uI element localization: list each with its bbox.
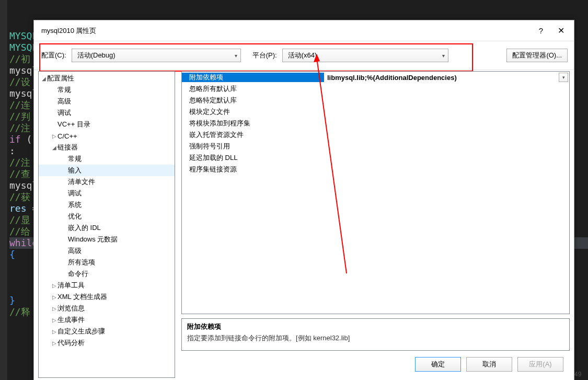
code-comment: //注 <box>9 122 30 133</box>
tree-item[interactable]: 常规 <box>39 84 175 96</box>
tree-item[interactable]: 所有选项 <box>39 257 175 268</box>
apply-button[interactable]: 应用(A) <box>517 357 563 372</box>
tree-node-label: 清单文件 <box>68 177 95 187</box>
chevron-down-icon: ▾ <box>442 53 445 59</box>
tree-item[interactable]: VC++ 目录 <box>39 119 175 130</box>
tree-node-label: 生成事件 <box>57 315 85 325</box>
ok-button[interactable]: 确定 <box>415 357 461 372</box>
tree-item[interactable]: 高级 <box>39 96 175 107</box>
cancel-button-label: 取消 <box>482 360 496 369</box>
grid-row[interactable]: 嵌入托管资源文件 <box>182 129 569 141</box>
tree-node-label: Windows 元数据 <box>68 235 118 244</box>
tree-item[interactable]: ▷自定义生成步骤 <box>39 326 175 337</box>
tree-node-label: 系统 <box>68 200 82 210</box>
grid-row[interactable]: 模块定义文件 <box>182 106 569 118</box>
grid-row[interactable]: 强制符号引用 <box>182 141 569 152</box>
tree-node-label: VC++ 目录 <box>57 120 90 129</box>
code-comment: //判 <box>9 111 30 122</box>
tree-item[interactable]: 清单文件 <box>39 176 175 188</box>
expand-icon: ◢ <box>41 76 47 82</box>
tree-item[interactable]: Windows 元数据 <box>39 234 175 245</box>
tree-item[interactable]: 优化 <box>39 211 175 222</box>
configuration-value: 活动(Debug) <box>77 51 116 60</box>
grid-row[interactable]: 忽略所有默认库 <box>182 83 569 95</box>
tree-node-label: 链接器 <box>57 143 78 152</box>
tree-node-label: 代码分析 <box>57 338 85 348</box>
tree-node-label: 嵌入的 IDL <box>68 223 101 233</box>
ok-button-label: 确定 <box>431 360 445 369</box>
tree-item[interactable]: ▷生成事件 <box>39 314 175 326</box>
tree-item[interactable]: 调试 <box>39 107 175 119</box>
platform-value: 活动(x64) <box>288 51 317 60</box>
configuration-bar: 配置(C): 活动(Debug) ▾ 平台(P): 活动(x64) ▾ 配置管理… <box>34 41 574 70</box>
grid-row-label: 附加依赖项 <box>182 73 324 82</box>
grid-row-label: 程序集链接资源 <box>182 165 324 174</box>
tree-node-label: XML 文档生成器 <box>57 292 107 302</box>
tree-node-label: 常规 <box>57 85 71 95</box>
tree-item[interactable]: 系统 <box>39 199 175 211</box>
dialog-titlebar[interactable]: mysql2010 属性页 ? ✕ <box>34 20 574 41</box>
code-comment: //显 <box>9 214 30 225</box>
grid-row-value[interactable]: libmysql.lib;%(AdditionalDependencies) <box>324 74 559 82</box>
cancel-button[interactable]: 取消 <box>466 357 512 372</box>
tree-item[interactable]: ▷XML 文档生成器 <box>39 291 175 303</box>
tree-item[interactable]: 调试 <box>39 188 175 199</box>
tree-item[interactable]: ▷浏览信息 <box>39 303 175 314</box>
tree-item[interactable]: 常规 <box>39 153 175 165</box>
expand-icon: ▷ <box>51 317 57 323</box>
configuration-manager-button[interactable]: 配置管理器(O)... <box>506 49 568 62</box>
platform-label: 平台(P): <box>252 51 277 60</box>
tree-item[interactable]: 输入 <box>39 165 175 176</box>
configuration-dropdown[interactable]: 活动(Debug) ▾ <box>72 49 241 62</box>
grid-row[interactable]: 程序集链接资源 <box>182 164 569 175</box>
property-grid[interactable]: 附加依赖项libmysql.lib;%(AdditionalDependenci… <box>181 71 570 314</box>
tree-item[interactable]: ◢链接器 <box>39 142 175 153</box>
code-comment: //连 <box>9 99 30 110</box>
tree-node-label: 命令行 <box>68 269 88 279</box>
tree-item[interactable]: ▷C/C++ <box>39 130 175 142</box>
tree-item[interactable]: 高级 <box>39 245 175 257</box>
tree-node-label: 调试 <box>68 189 82 198</box>
configuration-manager-label: 配置管理器(O)... <box>512 51 562 60</box>
code-comment: //释 <box>9 306 30 317</box>
help-button[interactable]: ? <box>539 26 543 35</box>
code-token: ( <box>21 134 32 145</box>
apply-button-label: 应用(A) <box>529 360 551 369</box>
grid-row[interactable]: 忽略特定默认库 <box>182 95 569 106</box>
code-comment: //设 <box>9 76 30 87</box>
tree-node-label: 高级 <box>57 97 71 106</box>
tree-node-label: 优化 <box>68 212 82 221</box>
code-brace: } <box>9 295 15 306</box>
chevron-down-icon: ▾ <box>235 53 237 59</box>
tree-panel[interactable]: ◢配置属性常规高级调试VC++ 目录▷C/C++◢链接器常规输入清单文件调试系统… <box>38 71 175 378</box>
tree-item[interactable]: ▷代码分析 <box>39 337 175 349</box>
tree-root-node[interactable]: ◢配置属性 <box>39 73 175 84</box>
grid-row-label: 忽略特定默认库 <box>182 96 324 105</box>
property-pages-dialog: mysql2010 属性页 ? ✕ 配置(C): 活动(Debug) ▾ 平台(… <box>33 20 574 380</box>
code-comment: //查 <box>9 168 30 179</box>
expand-icon: ▷ <box>51 329 57 335</box>
code-var: res <box>9 203 27 214</box>
code-token: : <box>9 145 15 156</box>
tree-node-label: 常规 <box>68 154 82 164</box>
close-button[interactable]: ✕ <box>555 25 568 37</box>
tree-node-label: 所有选项 <box>68 258 95 267</box>
code-comment: //初 <box>9 53 30 64</box>
grid-row[interactable]: 将模块添加到程序集 <box>182 118 569 129</box>
grid-row[interactable]: 延迟加载的 DLL <box>182 152 569 164</box>
configuration-label: 配置(C): <box>41 51 66 60</box>
tree-item[interactable]: ▷清单工具 <box>39 280 175 291</box>
expand-icon: ▷ <box>51 133 57 139</box>
code-comment: //给 <box>9 226 30 237</box>
tree-item[interactable]: 命令行 <box>39 268 175 280</box>
dropdown-caret-icon[interactable]: ▾ <box>559 73 568 82</box>
platform-dropdown[interactable]: 活动(x64) ▾ <box>282 49 448 62</box>
grid-row[interactable]: 附加依赖项libmysql.lib;%(AdditionalDependenci… <box>182 72 569 83</box>
dialog-title: mysql2010 属性页 <box>41 26 96 36</box>
tree-node-label: 自定义生成步骤 <box>57 327 105 336</box>
watermark: https://blog.csdn.net/weixin_44438749 <box>465 371 582 378</box>
tree-item[interactable]: 嵌入的 IDL <box>39 222 175 234</box>
tree-node-label: C/C++ <box>57 132 77 140</box>
expand-icon: ▷ <box>51 340 57 346</box>
tree-node-label: 浏览信息 <box>57 304 85 313</box>
